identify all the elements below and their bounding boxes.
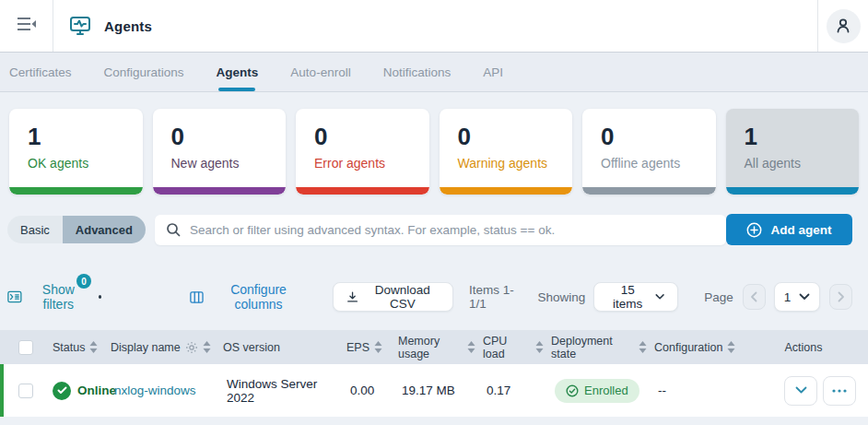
plus-circle-icon	[746, 222, 762, 238]
filters-count-badge: 0	[76, 274, 91, 289]
stat-color-bar	[582, 187, 716, 195]
show-filters-button[interactable]: Show filters 0	[7, 282, 88, 312]
sort-icon[interactable]	[203, 341, 211, 353]
stat-value: 1	[745, 124, 860, 150]
show-filters-icon	[7, 289, 22, 304]
tab-auto-enroll[interactable]: Auto-enroll	[288, 53, 352, 91]
column-header-actions: Actions	[785, 341, 823, 354]
tab-agents[interactable]: Agents	[215, 53, 261, 91]
chevron-right-icon	[838, 291, 845, 302]
os-version-cell: Windows Server 2022	[227, 377, 343, 405]
stat-color-bar	[153, 187, 287, 195]
row-more-actions-button[interactable]	[823, 376, 856, 406]
table-toolbar: Show filters 0 Configure columns Downloa…	[0, 281, 868, 313]
collapse-menu-button[interactable]	[0, 0, 53, 52]
sort-icon[interactable]	[727, 341, 735, 353]
page-size-select[interactable]: 15 items	[593, 282, 678, 312]
stat-value: 0	[458, 124, 573, 150]
user-area	[817, 0, 868, 52]
tab-certificates[interactable]: Certificates	[7, 53, 74, 91]
column-header-configuration[interactable]: Configuration	[654, 341, 722, 354]
table-header: Status Display name OS version EPS	[0, 330, 868, 364]
stat-label: All agents	[745, 156, 860, 171]
search-input[interactable]	[190, 223, 715, 237]
page-title: Agents	[104, 18, 152, 34]
table-row[interactable]: Online nxlog-windows Windows Server 2022…	[0, 364, 868, 417]
configuration-cell: --	[658, 384, 666, 397]
agent-monitor-icon	[67, 14, 92, 39]
sort-icon[interactable]	[467, 341, 475, 353]
configure-columns-button[interactable]: Configure columns	[190, 282, 305, 312]
stat-card-ok-agents[interactable]: 1 OK agents	[9, 109, 143, 195]
sort-icon[interactable]	[89, 341, 98, 353]
stat-label: Offline agents	[601, 156, 716, 171]
showing-label: Showing	[538, 290, 586, 304]
search-mode-advanced[interactable]: Advanced	[63, 216, 146, 243]
stat-card-warning-agents[interactable]: 0 Warning agents	[440, 109, 573, 195]
filters-dot	[99, 295, 102, 299]
column-header-eps[interactable]: EPS	[346, 341, 369, 354]
stat-label: Error agents	[314, 156, 429, 171]
items-range-text: Items 1-1/1	[469, 283, 524, 311]
column-settings-gear-icon[interactable]	[185, 341, 198, 354]
tab-configurations[interactable]: Configurations	[102, 53, 186, 91]
add-agent-button[interactable]: Add agent	[726, 214, 852, 245]
stat-color-bar	[9, 187, 143, 195]
search-mode-basic[interactable]: Basic	[7, 216, 63, 243]
column-header-cpu-load[interactable]: CPU load	[483, 335, 531, 360]
user-icon	[834, 17, 852, 35]
tab-notifications[interactable]: Notifications	[381, 53, 453, 91]
user-account-button[interactable]	[827, 9, 861, 43]
tab-api[interactable]: API	[481, 53, 505, 91]
add-agent-label: Add agent	[770, 223, 831, 237]
page-size-value: 15 items	[607, 283, 648, 311]
column-header-deployment-state[interactable]: Deployment state	[551, 335, 634, 360]
stat-value: 0	[601, 124, 716, 150]
top-bar: Agents	[0, 0, 868, 53]
stat-color-bar	[296, 187, 429, 195]
ellipsis-icon	[832, 389, 847, 393]
title-area: Agents	[53, 0, 817, 52]
stat-value: 1	[28, 124, 143, 150]
select-all-checkbox[interactable]	[18, 340, 33, 355]
memory-usage-cell: 19.17 MB	[402, 384, 455, 397]
agent-name-link[interactable]: nxlog-windows	[114, 384, 196, 397]
page-number-select[interactable]: 1	[774, 282, 820, 312]
chevron-down-icon	[799, 293, 810, 301]
search-box	[155, 215, 726, 245]
stat-value: 0	[314, 124, 429, 150]
stat-color-bar	[440, 187, 573, 195]
sort-icon[interactable]	[535, 341, 544, 353]
search-row: Basic Advanced Add agent	[0, 214, 868, 245]
configure-columns-label: Configure columns	[211, 282, 305, 312]
column-header-os-version: OS version	[223, 341, 280, 354]
stat-color-bar	[726, 187, 860, 195]
stat-card-offline-agents[interactable]: 0 Offline agents	[582, 109, 716, 195]
tab-bar: Certificates Configurations Agents Auto-…	[0, 53, 868, 92]
cpu-load-cell: 0.17	[487, 384, 510, 397]
columns-icon	[190, 290, 204, 304]
next-page-button[interactable]	[829, 284, 852, 310]
eps-cell: 0.00	[350, 384, 374, 397]
download-csv-button[interactable]: Download CSV	[333, 282, 453, 312]
row-checkbox[interactable]	[18, 384, 33, 398]
stat-value: 0	[171, 124, 287, 150]
chevron-down-icon	[795, 386, 807, 395]
sort-icon[interactable]	[639, 341, 647, 353]
download-csv-label: Download CSV	[366, 283, 440, 311]
row-expand-button[interactable]	[784, 376, 817, 406]
check-circle-icon	[566, 384, 579, 397]
stat-card-all-agents[interactable]: 1 All agents	[726, 109, 860, 195]
agents-page: Agents Certificates Configurations Agent…	[0, 0, 868, 425]
column-header-memory-usage[interactable]: Memory usage	[398, 335, 463, 360]
stat-label: New agents	[171, 156, 287, 171]
hamburger-collapse-icon	[17, 16, 37, 36]
stat-card-new-agents[interactable]: 0 New agents	[153, 109, 287, 195]
column-header-display-name[interactable]: Display name	[111, 341, 181, 354]
page-label: Page	[704, 290, 733, 304]
stat-card-error-agents[interactable]: 0 Error agents	[296, 109, 429, 195]
column-header-status[interactable]: Status	[53, 341, 85, 354]
previous-page-button[interactable]	[743, 284, 766, 310]
sort-icon[interactable]	[374, 341, 382, 353]
chevron-left-icon	[750, 291, 757, 302]
